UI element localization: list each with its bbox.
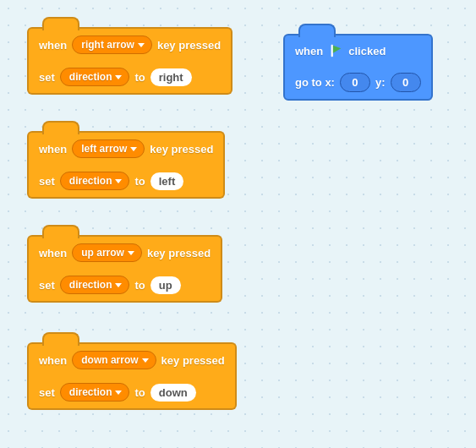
right-arrow-dropdown-arrow (138, 43, 145, 47)
right-arrow-dropdown[interactable]: right arrow (72, 36, 152, 54)
when-label-down: when (39, 354, 67, 367)
key-pressed-label-up: key pressed (147, 247, 211, 260)
left-arrow-key-label: left arrow (81, 143, 127, 155)
to-label-up: to (134, 279, 145, 292)
right-direction-dropdown[interactable]: direction (60, 68, 130, 86)
to-label-right: to (134, 71, 145, 84)
left-arrow-dropdown-arrow (130, 147, 137, 151)
key-pressed-label-left: key pressed (150, 143, 213, 156)
y-value-pill: 0 (391, 73, 421, 92)
up-arrow-hat-block[interactable]: when up arrow key pressed (27, 235, 222, 269)
x-value-pill: 0 (340, 73, 370, 92)
green-flag-hat-block[interactable]: when clicked (283, 34, 433, 66)
left-arrow-set-block[interactable]: set direction to left (27, 165, 225, 199)
up-arrow-set-block[interactable]: set direction to up (27, 269, 222, 303)
left-value-pill: left (150, 172, 184, 190)
left-arrow-dropdown[interactable]: left arrow (72, 139, 145, 158)
set-label-up: set (39, 279, 55, 292)
when-label-up: when (39, 247, 67, 260)
down-arrow-dropdown[interactable]: down arrow (72, 351, 156, 369)
up-arrow-dropdown-arrow (128, 251, 134, 255)
down-value-pill: down (150, 384, 196, 402)
right-direction-arrow (115, 75, 122, 79)
goto-label: go to x: (295, 76, 335, 89)
right-arrow-hat-block[interactable]: when right arrow key pressed (27, 27, 233, 61)
right-value-pill: right (150, 68, 192, 86)
up-direction-dropdown[interactable]: direction (60, 276, 130, 294)
left-direction-arrow (115, 179, 122, 183)
down-arrow-group: when down arrow key pressed set directio… (27, 342, 237, 410)
left-arrow-hat-block[interactable]: when left arrow key pressed (27, 131, 225, 165)
right-arrow-set-block[interactable]: set direction to right (27, 61, 233, 95)
down-arrow-hat-block[interactable]: when down arrow key pressed (27, 342, 237, 376)
to-label-down: to (134, 386, 145, 399)
down-arrow-dropdown-arrow (142, 358, 149, 363)
goto-block[interactable]: go to x: 0 y: 0 (283, 66, 433, 101)
when-label-left: when (39, 143, 67, 156)
key-pressed-label-right: key pressed (157, 39, 221, 52)
set-label-left: set (39, 175, 55, 188)
up-arrow-dropdown[interactable]: up arrow (72, 243, 142, 262)
down-direction-label: direction (69, 386, 112, 398)
left-direction-dropdown[interactable]: direction (60, 172, 130, 190)
to-label-left: to (134, 175, 145, 188)
set-label-right: set (39, 71, 55, 84)
up-arrow-key-label: up arrow (81, 247, 124, 259)
up-arrow-group: when up arrow key pressed set direction … (27, 235, 222, 303)
left-arrow-group: when left arrow key pressed set directio… (27, 131, 225, 199)
clicked-label: clicked (348, 45, 386, 57)
set-label-down: set (39, 386, 55, 399)
up-direction-arrow (115, 283, 122, 287)
green-flag-icon (328, 43, 343, 58)
green-flag-group: when clicked go to x: 0 y: 0 (283, 34, 433, 101)
right-direction-label: direction (69, 71, 112, 83)
when-label-flag: when (295, 45, 323, 57)
right-arrow-group: when right arrow key pressed set directi… (27, 27, 233, 95)
y-label: y: (375, 76, 386, 89)
down-direction-dropdown[interactable]: direction (60, 383, 130, 402)
down-arrow-set-block[interactable]: set direction to down (27, 376, 237, 410)
down-arrow-key-label: down arrow (81, 354, 138, 366)
when-label-right: when (39, 39, 67, 52)
down-direction-arrow (115, 391, 122, 395)
up-value-pill: up (150, 276, 181, 294)
right-arrow-key-label: right arrow (81, 39, 134, 51)
key-pressed-label-down: key pressed (161, 354, 225, 367)
up-direction-label: direction (69, 279, 112, 291)
left-direction-label: direction (69, 175, 112, 187)
svg-rect-0 (331, 45, 333, 57)
